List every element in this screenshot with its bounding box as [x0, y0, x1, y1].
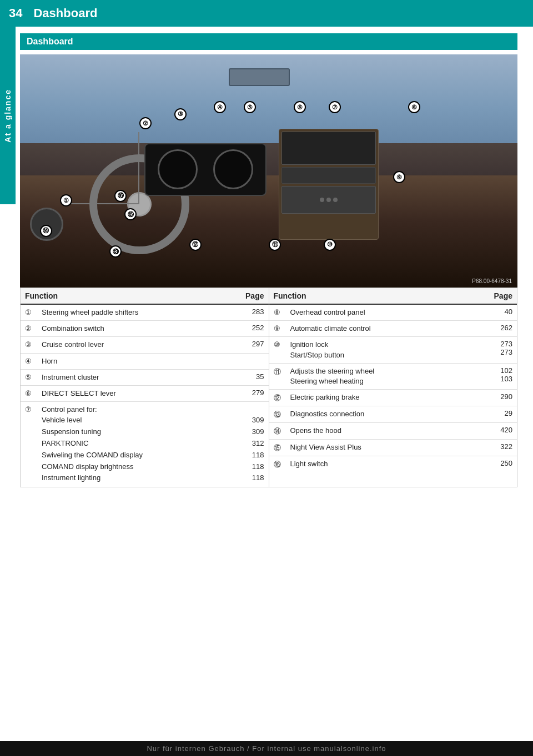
sub-label: Instrument lighting [42, 472, 100, 484]
row-page-9: 262 [485, 324, 512, 332]
sub-page: 118 [252, 461, 264, 473]
right-th-page: Page [479, 291, 512, 300]
row-function-13: Diagnostics connection [290, 409, 485, 419]
sub-page: 309 [252, 426, 264, 438]
sub-row-parktronic: PARKTRONIC 312 [42, 438, 264, 450]
row-number-3: ③ [25, 340, 42, 349]
row-function-5: Instrument cluster [42, 372, 237, 382]
row-page-10: 273 273 [485, 340, 512, 356]
row-function-16: Light switch [290, 459, 485, 469]
row-page-8: 40 [485, 308, 512, 316]
sub-label: Suspension tuning [42, 426, 101, 438]
callout-1: ① [60, 194, 72, 206]
sub-row-swiveling: Swiveling the COMAND display 118 [42, 450, 264, 461]
sub-label: Swiveling the COMAND display [42, 450, 143, 461]
footer-watermark: Nur für internen Gebrauch / For internal… [0, 741, 533, 756]
image-caption: P68.00-6478-31 [472, 278, 512, 284]
table-row: ⑧ Overhead control panel 40 [269, 305, 517, 321]
row-function-2: Combination switch [42, 324, 237, 334]
callout-7: ⑦ [329, 101, 341, 113]
sub-page: 118 [252, 450, 264, 461]
row-page-3: 297 [237, 340, 264, 348]
button2 [326, 198, 331, 202]
left-th-page: Page [231, 291, 264, 300]
row-function-11: Adjusts the steering wheelSteering wheel… [290, 366, 485, 386]
callout-16: ⑯ [114, 190, 127, 202]
row-function-9: Automatic climate control [290, 324, 485, 334]
sub-row-lighting: Instrument lighting 118 [42, 472, 264, 484]
footer-text: Nur für internen Gebrauch / For internal… [147, 744, 386, 753]
main-content: Dashboard [0, 27, 533, 494]
row-page-1: 283 [237, 308, 264, 316]
page-10a: 273 [500, 340, 512, 348]
row-function-8: Overhead control panel [290, 308, 485, 317]
row-function-7: Control panel for: [42, 405, 237, 415]
spoke-horizontal [67, 203, 139, 204]
row-page-7 [237, 405, 264, 415]
windshield-area [20, 54, 517, 143]
table-row: ③ Cruise control lever 297 [21, 337, 269, 353]
callout-3: ③ [174, 108, 187, 120]
sub-page: 118 [252, 472, 264, 484]
tables-container: Function Page ① Steering wheel paddle sh… [20, 288, 517, 487]
table-row: ⑤ Instrument cluster 35 [21, 370, 269, 386]
button1 [320, 198, 324, 202]
table-row: ① Steering wheel paddle shifters 283 [21, 305, 269, 321]
sub-page: 312 [252, 438, 264, 450]
section-header: Dashboard [20, 33, 517, 50]
page-11b: 103 [500, 375, 512, 383]
row-number-14: ⑭ [274, 426, 290, 436]
table-row: ② Combination switch 252 [21, 321, 269, 337]
right-th-function: Function [274, 291, 480, 300]
sub-page: 309 [252, 415, 264, 426]
gauge-rpm [213, 149, 253, 189]
table-row: ⑭ Opens the hood 420 [269, 423, 517, 440]
row-page-2: 252 [237, 324, 264, 332]
climate-panel [281, 167, 376, 184]
row-number-4: ④ [25, 356, 42, 365]
sub-row-brightness: COMAND display brightness 118 [42, 461, 264, 473]
row-number-6: ⑥ [25, 389, 42, 397]
page-10b: 273 [500, 348, 512, 356]
right-table-header: Function Page [269, 288, 517, 305]
gauge-speed [158, 149, 198, 189]
row-page-6: 279 [237, 389, 264, 397]
page-11a: 102 [500, 366, 512, 375]
row-function-10: Ignition lockStart/Stop button [290, 340, 485, 360]
row-number-12: ⑫ [274, 392, 290, 403]
row-page-14: 420 [485, 426, 512, 434]
row-function-6: DIRECT SELECT lever [42, 389, 237, 399]
row-number-1: ① [25, 308, 42, 316]
table-row: ⑮ Night View Assist Plus 322 [269, 440, 517, 456]
page-number: 34 [9, 6, 22, 21]
callout-6: ⑥ [294, 101, 306, 113]
row-page-5: 35 [237, 372, 264, 381]
callout-10: ⑩ [324, 239, 336, 251]
row-function-3: Cruise control lever [42, 340, 237, 350]
row-number-7: ⑦ [25, 405, 42, 415]
instrument-cluster [144, 143, 266, 196]
row-function-12: Electric parking brake [290, 392, 485, 402]
left-table: Function Page ① Steering wheel paddle sh… [21, 288, 269, 487]
row-function-4: Horn [42, 356, 237, 366]
table-row-7: ⑦ Control panel for: Vehicle level 309 S… [21, 402, 269, 487]
callout-11: ⑪ [269, 239, 281, 251]
row-page-11: 102 103 [485, 366, 512, 383]
row-number-9: ⑨ [274, 324, 290, 332]
side-tab-label: At a glance [3, 89, 12, 143]
sub-label: PARKTRONIC [42, 438, 88, 450]
row-number-16: ⑯ [274, 459, 290, 470]
row-page-13: 29 [485, 409, 512, 417]
table-row: ⑫ Electric parking brake 290 [269, 390, 517, 406]
page-header: 34 Dashboard [0, 0, 533, 27]
row-number-8: ⑧ [274, 308, 290, 316]
spoke-vertical [138, 132, 139, 204]
row-number-5: ⑤ [25, 372, 42, 381]
sub-row-vehicle-level: Vehicle level 309 [42, 415, 264, 426]
row-number-2: ② [25, 324, 42, 332]
row-function-15: Night View Assist Plus [290, 442, 485, 452]
right-table: Function Page ⑧ Overhead control panel 4… [269, 288, 517, 487]
callout-9: ⑨ [393, 171, 405, 183]
row-page-15: 322 [485, 442, 512, 451]
table-row: ⑯ Light switch 250 [269, 456, 517, 472]
